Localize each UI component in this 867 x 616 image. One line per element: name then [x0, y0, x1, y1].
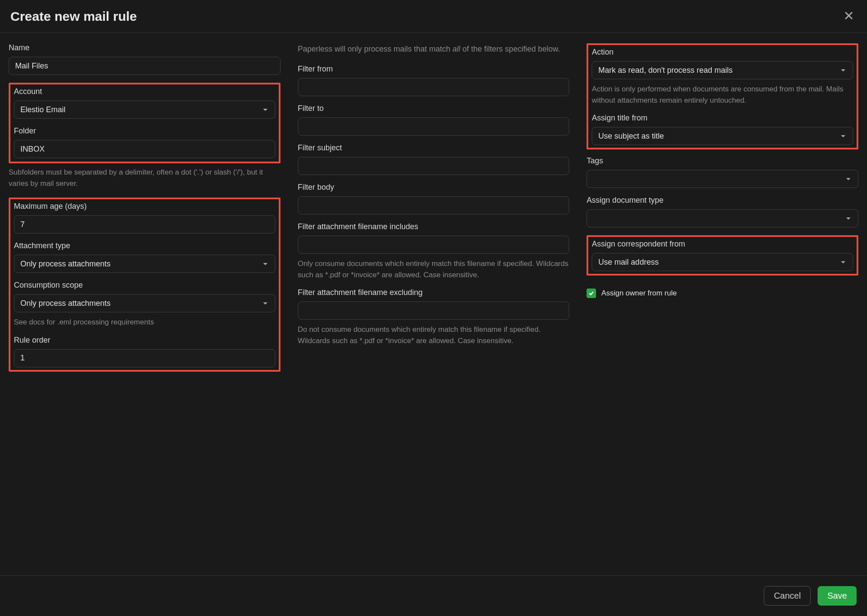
save-button[interactable]: Save: [818, 586, 857, 606]
max-age-field-group: Maximum age (days): [14, 202, 275, 233]
max-age-input[interactable]: [14, 215, 275, 233]
caret-down-icon: [840, 133, 847, 139]
assign-doctype-select[interactable]: [587, 209, 858, 227]
assign-correspondent-value: Use mail address: [598, 258, 658, 267]
name-label: Name: [9, 43, 280, 52]
caret-down-icon: [845, 215, 852, 222]
assign-title-select[interactable]: Use subject as title: [592, 127, 853, 145]
account-value: Elestio Email: [20, 105, 65, 114]
account-folder-highlight: Account Elestio Email Folder: [9, 83, 280, 163]
filter-filename-excluding-input[interactable]: [298, 302, 570, 320]
filter-filename-excluding-help: Do not consume documents which entirely …: [298, 324, 570, 346]
consumption-scope-help: See docs for .eml processing requirement…: [14, 317, 275, 328]
caret-down-icon: [840, 67, 847, 74]
consumption-scope-field-group: Consumption scope Only process attachmen…: [14, 281, 275, 328]
filter-to-label: Filter to: [298, 104, 570, 113]
filter-subject-field-group: Filter subject: [298, 143, 570, 175]
filter-from-label: Filter from: [298, 65, 570, 74]
attachment-type-field-group: Attachment type Only process attachments: [14, 241, 275, 273]
tags-select[interactable]: [587, 170, 858, 188]
assign-owner-checkbox[interactable]: [587, 289, 596, 298]
assign-correspondent-field-group: Assign correspondent from Use mail addre…: [592, 240, 853, 271]
consumption-scope-select[interactable]: Only process attachments: [14, 294, 275, 312]
caret-down-icon: [840, 259, 847, 266]
filter-subject-input[interactable]: [298, 157, 570, 175]
assign-owner-label: Assign owner from rule: [601, 289, 677, 298]
assign-doctype-label: Assign document type: [587, 196, 858, 205]
attachment-type-label: Attachment type: [14, 241, 275, 250]
caret-down-icon: [845, 175, 852, 182]
tags-field-group: Tags: [587, 156, 858, 188]
max-age-label: Maximum age (days): [14, 202, 275, 211]
filter-intro: Paperless will only process mails that m…: [298, 43, 570, 55]
filter-to-input[interactable]: [298, 117, 570, 136]
modal-footer: Cancel Save: [0, 575, 867, 616]
filter-body-label: Filter body: [298, 183, 570, 192]
column-left: Name Account Elestio Email Folder Subfol…: [9, 43, 280, 379]
filter-to-field-group: Filter to: [298, 104, 570, 136]
settings-highlight: Maximum age (days) Attachment type Only …: [9, 198, 280, 372]
close-icon: [843, 10, 855, 22]
assign-title-value: Use subject as title: [598, 132, 664, 141]
filter-from-input[interactable]: [298, 78, 570, 96]
close-button[interactable]: [841, 8, 857, 25]
correspondent-highlight: Assign correspondent from Use mail addre…: [587, 235, 858, 276]
assign-title-field-group: Assign title from Use subject as title: [592, 113, 853, 145]
filter-filename-includes-help: Only consume documents which entirely ma…: [298, 258, 570, 280]
assign-doctype-field-group: Assign document type: [587, 196, 858, 227]
filter-body-input[interactable]: [298, 196, 570, 214]
assign-owner-row[interactable]: Assign owner from rule: [587, 289, 858, 298]
filter-filename-includes-label: Filter attachment filename includes: [298, 222, 570, 231]
filter-subject-label: Filter subject: [298, 143, 570, 152]
tags-label: Tags: [587, 156, 858, 165]
filter-body-field-group: Filter body: [298, 183, 570, 214]
consumption-scope-label: Consumption scope: [14, 281, 275, 290]
folder-input[interactable]: [14, 140, 275, 158]
caret-down-icon: [262, 300, 269, 307]
assign-correspondent-label: Assign correspondent from: [592, 240, 853, 249]
assign-correspondent-select[interactable]: Use mail address: [592, 253, 853, 271]
rule-order-field-group: Rule order: [14, 336, 275, 367]
filter-filename-includes-input[interactable]: [298, 236, 570, 254]
filter-filename-excluding-field-group: Filter attachment filename excluding Do …: [298, 288, 570, 346]
action-value: Mark as read, don't process read mails: [598, 66, 733, 75]
modal-title: Create new mail rule: [10, 9, 137, 24]
folder-label: Folder: [14, 126, 275, 136]
action-label: Action: [592, 48, 853, 57]
assign-title-label: Assign title from: [592, 113, 853, 123]
consumption-scope-value: Only process attachments: [20, 299, 111, 308]
column-middle: Paperless will only process mails that m…: [298, 43, 570, 379]
attachment-type-select[interactable]: Only process attachments: [14, 255, 275, 273]
folder-help: Subfolders must be separated by a delimi…: [9, 167, 280, 189]
action-field-group: Action Mark as read, don't process read …: [592, 48, 853, 106]
account-field-group: Account Elestio Email: [14, 87, 275, 119]
filter-filename-excluding-label: Filter attachment filename excluding: [298, 288, 570, 297]
caret-down-icon: [262, 106, 269, 113]
filter-from-field-group: Filter from: [298, 65, 570, 96]
column-right: Action Mark as read, don't process read …: [587, 43, 858, 379]
attachment-type-value: Only process attachments: [20, 259, 111, 269]
caret-down-icon: [262, 260, 269, 267]
action-select[interactable]: Mark as read, don't process read mails: [592, 61, 853, 79]
modal-header: Create new mail rule: [0, 0, 867, 33]
account-select[interactable]: Elestio Email: [14, 101, 275, 119]
check-icon: [588, 290, 594, 296]
filter-filename-includes-field-group: Filter attachment filename includes Only…: [298, 222, 570, 280]
folder-field-group: Folder: [14, 126, 275, 158]
cancel-button[interactable]: Cancel: [764, 586, 811, 606]
action-highlight: Action Mark as read, don't process read …: [587, 43, 858, 149]
modal-body: Name Account Elestio Email Folder Subfol…: [0, 33, 867, 387]
name-field-group: Name: [9, 43, 280, 75]
rule-order-input[interactable]: [14, 349, 275, 367]
rule-order-label: Rule order: [14, 336, 275, 345]
action-help: Action is only performed when documents …: [592, 84, 853, 106]
account-label: Account: [14, 87, 275, 96]
name-input[interactable]: [9, 57, 280, 75]
